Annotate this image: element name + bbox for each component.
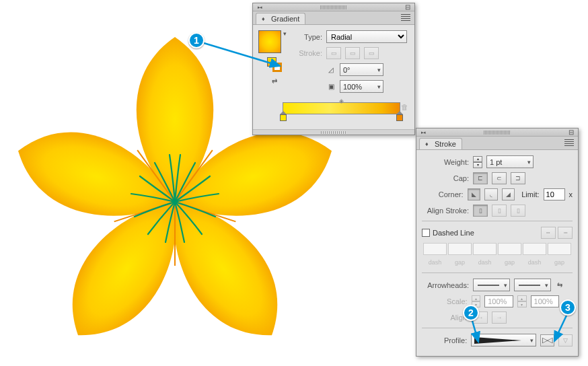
scale-a-field: 100% (484, 295, 513, 307)
scale-label: Scale: (422, 297, 468, 305)
stroke-grad-mode-2: ▭ (345, 47, 360, 59)
dashed-line-checkbox[interactable]: Dashed Line (422, 229, 474, 237)
cap-butt-button[interactable]: ⊏ (473, 172, 488, 184)
callout-badge-2: 2 (463, 305, 479, 321)
profile-label: Profile: (422, 336, 467, 344)
align-label: Align: (422, 314, 469, 322)
flip-profile-v-button: ▽ (558, 334, 573, 346)
align-center-button[interactable]: ▯ (473, 205, 488, 217)
gradient-stop-left[interactable] (280, 114, 287, 122)
panel-menu-icon[interactable] (401, 14, 410, 21)
gradient-panel[interactable]: ⊟ ♦ Gradient ▾ ⇄ Type: (252, 3, 415, 135)
chevron-icon: ♦ (425, 141, 432, 147)
stroke-tab[interactable]: ♦ Stroke (419, 138, 462, 149)
callout-badge-3: 3 (560, 299, 576, 316)
dash-lbl-4: gap (498, 256, 521, 268)
gradient-ramp[interactable] (283, 102, 400, 114)
corner-miter-button[interactable]: ◣ (468, 188, 481, 200)
stroke-grad-mode-3: ▭ (364, 47, 379, 59)
dash-lbl-5: dash (523, 256, 546, 268)
gradient-swatch[interactable] (258, 30, 281, 53)
chevron-icon: ♦ (262, 15, 268, 22)
dash-field-2 (473, 243, 497, 255)
limit-label: Limit: (521, 190, 539, 198)
gradient-tab[interactable]: ♦ Gradient (256, 13, 305, 24)
type-label: Type: (295, 33, 322, 41)
delete-stop-icon[interactable] (400, 102, 409, 112)
stroke-panel[interactable]: ⊟ ♦ Stroke Weight: ▴▾ 1 pt Cap: ⊏ ⊂ ⊐ Co… (416, 128, 579, 357)
stroke-tab-label: Stroke (435, 140, 456, 148)
dash-lbl-2: gap (448, 256, 472, 268)
corner-label: Corner: (422, 190, 464, 198)
gap-field-2 (498, 243, 521, 255)
align-stroke-label: Align Stroke: (422, 207, 469, 215)
close-icon[interactable]: ⊟ (403, 3, 412, 12)
gradient-aspect-input[interactable]: 100% (340, 80, 383, 93)
flip-profile-button[interactable]: ▷◁ (540, 334, 554, 346)
weight-input[interactable]: 1 pt (486, 155, 534, 168)
weight-stepper[interactable]: ▴▾ (473, 156, 482, 168)
arrowhead-start-select[interactable] (473, 279, 510, 291)
limit-unit: x (569, 190, 573, 198)
panel-menu-icon[interactable] (564, 139, 574, 146)
cap-label: Cap: (422, 174, 469, 182)
dash-field-1 (423, 243, 447, 255)
gradient-tab-label: Gradient (271, 15, 299, 23)
svg-marker-7 (474, 337, 521, 344)
gap-field-3 (548, 243, 571, 255)
stroke-panel-header[interactable]: ⊟ (416, 129, 578, 137)
arrow-align-2-button: → (492, 312, 507, 324)
arrowheads-label: Arrowheads: (422, 281, 469, 289)
width-profile-icon (474, 337, 521, 344)
profile-select[interactable] (471, 334, 536, 346)
cap-projecting-button[interactable]: ⊐ (511, 172, 525, 184)
stroke-grad-mode-1: ▭ (326, 47, 341, 59)
callout-badge-1: 1 (188, 32, 205, 48)
stroke-label: Stroke: (295, 49, 322, 57)
fill-box[interactable] (267, 57, 277, 67)
corner-round-button[interactable]: ◟ (484, 188, 498, 200)
scale-b-stepper: ▴▾ (517, 295, 527, 307)
gradient-panel-header[interactable]: ⊟ (253, 3, 414, 11)
scale-b-field: 100% (531, 295, 560, 307)
dash-lbl-3: dash (473, 256, 497, 268)
gradient-type-select[interactable]: Radial (326, 30, 407, 43)
swatch-menu-icon[interactable]: ▾ (283, 30, 290, 37)
midpoint-diamond-icon[interactable] (337, 96, 346, 106)
gap-field-1 (448, 243, 472, 255)
gradient-panel-resize[interactable] (253, 129, 414, 135)
align-inside-button: ▯ (492, 205, 507, 217)
dash-lbl-1: dash (423, 256, 447, 268)
panel-collapse-icon[interactable] (418, 128, 428, 137)
corner-bevel-button[interactable]: ◢ (502, 188, 515, 200)
swap-arrowheads-icon[interactable]: ⇆ (555, 281, 564, 290)
gradient-stop-right[interactable] (396, 114, 403, 122)
fill-stroke-toggle[interactable] (267, 57, 282, 72)
dash-align-2-button: ┅ (558, 227, 573, 239)
dash-align-1-button: ┅ (541, 227, 556, 239)
miter-limit-input[interactable] (544, 188, 565, 200)
dash-lbl-6: gap (548, 256, 571, 268)
arrowhead-end-select[interactable] (514, 279, 551, 291)
angle-icon: ◿ (326, 65, 336, 75)
cap-round-button[interactable]: ⊂ (492, 172, 507, 184)
reverse-gradient-icon[interactable]: ⇄ (270, 76, 279, 85)
weight-label: Weight: (422, 158, 469, 166)
aspect-icon: ▣ (326, 82, 336, 92)
close-icon[interactable]: ⊟ (566, 128, 576, 137)
panel-collapse-icon[interactable] (255, 3, 264, 12)
dash-field-3 (523, 243, 546, 255)
align-outside-button: ▯ (511, 205, 525, 217)
gradient-angle-input[interactable]: 0° (340, 63, 383, 76)
